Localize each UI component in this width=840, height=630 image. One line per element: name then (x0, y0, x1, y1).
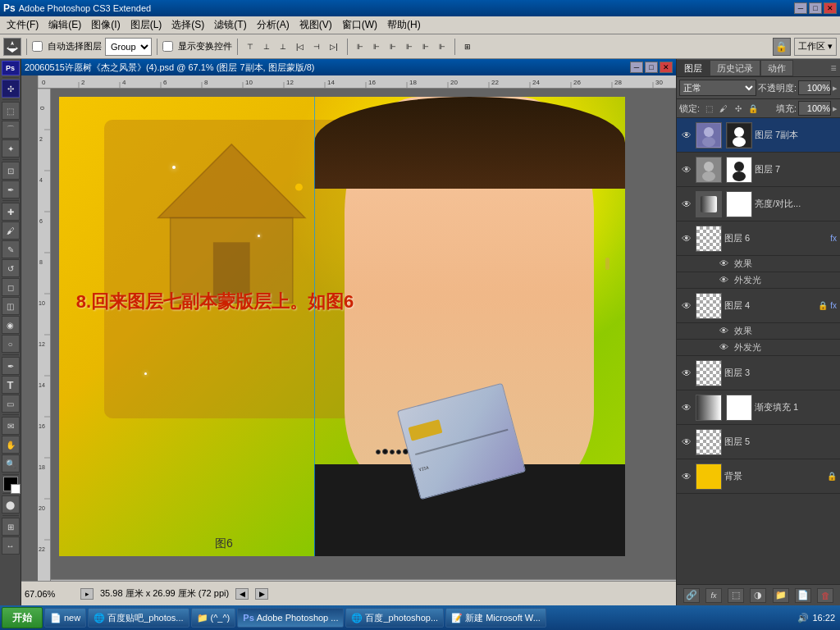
layer-item-background[interactable]: 👁 背景 🔒 (677, 459, 840, 494)
effect-eye[interactable]: 👁 (719, 275, 731, 286)
new-adjustment-btn[interactable]: ◑ (750, 588, 766, 603)
dist-4[interactable]: ⊩ (402, 38, 417, 56)
zoom-tool-icon[interactable]: 🔍 (2, 454, 20, 472)
layer-item[interactable]: 👁 图层 4 🔒 fx (677, 289, 840, 323)
selection-tool-icon[interactable]: ⬚ (2, 102, 20, 120)
taskbar-item-new[interactable]: 📄 new (44, 608, 86, 628)
screen-mode-icon[interactable]: ⊞ (2, 518, 20, 536)
history-brush-icon[interactable]: ↺ (2, 259, 20, 277)
notes-tool-icon[interactable]: ✉ (2, 417, 20, 435)
layer-eye[interactable]: 👁 (680, 232, 693, 245)
layer-eye[interactable]: 👁 (680, 367, 693, 380)
align-top[interactable]: ⊤ (243, 38, 258, 56)
opacity-input[interactable] (798, 80, 831, 95)
foreground-color[interactable] (3, 477, 18, 491)
auto-select-dropdown[interactable]: Group (105, 38, 152, 56)
layer-eye[interactable]: 👁 (680, 198, 693, 211)
lock-paint-icon[interactable]: 🖌 (718, 103, 729, 114)
taskbar-item-word[interactable]: 📝 新建 Microsoft W... (445, 608, 546, 628)
menu-edit[interactable]: 编辑(E) (43, 16, 86, 34)
layer-eye[interactable]: 👁 (680, 436, 693, 449)
nav-left[interactable]: ◀ (235, 588, 249, 600)
opacity-arrow[interactable]: ▸ (833, 83, 838, 94)
tab-actions[interactable]: 动作 (760, 60, 793, 76)
show-transform-checkbox[interactable] (162, 41, 173, 52)
fill-input[interactable] (798, 101, 831, 116)
align-right[interactable]: ▷| (326, 38, 341, 56)
layer-item[interactable]: 👁 亮度/对比... (677, 187, 840, 221)
taskbar-item-folder[interactable]: 📁 (^_^) (191, 608, 236, 628)
crop-tool-icon[interactable]: ⊡ (2, 162, 20, 180)
lasso-tool-icon[interactable]: ⌒ (2, 121, 20, 139)
menu-view[interactable]: 视图(V) (294, 16, 337, 34)
move-tool[interactable] (3, 38, 21, 56)
panel-menu[interactable]: ≡ (827, 60, 840, 76)
layer-eye[interactable]: 👁 (680, 299, 693, 313)
layer-item[interactable]: 👁 图层 5 (677, 425, 840, 459)
magic-wand-icon[interactable]: ✦ (2, 139, 20, 158)
menu-select[interactable]: 选择(S) (167, 16, 209, 34)
align-hcenter[interactable]: ⊣ (309, 38, 324, 56)
hand-tool-icon[interactable]: ✋ (2, 436, 20, 454)
healing-brush-icon[interactable]: ✚ (2, 203, 20, 221)
menu-file[interactable]: 文件(F) (2, 16, 43, 34)
dist-3[interactable]: ⊩ (386, 38, 400, 56)
shape-tool-icon[interactable]: ▭ (2, 395, 20, 413)
dist-5[interactable]: ⊩ (418, 38, 433, 56)
auto-select-checkbox[interactable] (32, 41, 43, 52)
doc-minimize[interactable]: ─ (630, 62, 643, 73)
close-button[interactable]: ✕ (824, 2, 837, 14)
doc-close[interactable]: ✕ (660, 62, 673, 73)
zoom-arrow[interactable]: ▸ (80, 588, 94, 600)
doc-maximize[interactable]: □ (645, 62, 658, 73)
background-color[interactable] (11, 484, 21, 494)
new-layer-btn[interactable]: 📄 (795, 588, 811, 603)
dodge-tool-icon[interactable]: ○ (2, 335, 20, 353)
layer-eye[interactable]: 👁 (680, 163, 693, 176)
layer-item[interactable]: 👁 图层 3 (677, 356, 840, 390)
dist-1[interactable]: ⊩ (353, 38, 368, 56)
start-button[interactable]: 开始 (2, 607, 43, 628)
align-bottom[interactable]: ⊥ (276, 38, 290, 56)
minimize-button[interactable]: ─ (794, 2, 807, 14)
menu-filter[interactable]: 滤镜(T) (209, 16, 251, 34)
lock-all-icon[interactable]: 🔒 (747, 103, 759, 114)
gradient-tool-icon[interactable]: ◫ (2, 297, 20, 315)
quick-mask-icon[interactable]: ⬤ (2, 495, 20, 514)
menu-image[interactable]: 图像(I) (86, 16, 125, 34)
dist-6[interactable]: ⊩ (435, 38, 450, 56)
blur-tool-icon[interactable]: ◉ (2, 316, 20, 334)
text-tool-icon[interactable]: T (2, 376, 20, 394)
fill-arrow[interactable]: ▸ (833, 103, 838, 114)
add-mask-btn[interactable]: ⬚ (728, 588, 744, 603)
extras-icon[interactable]: ↔ (2, 536, 20, 555)
dist-2[interactable]: ⊩ (369, 38, 384, 56)
align-vcenter[interactable]: ⊥ (259, 38, 274, 56)
pen-tool-icon[interactable]: ✒ (2, 357, 20, 375)
effect-eye[interactable]: 👁 (719, 326, 731, 337)
maximize-button[interactable]: □ (809, 2, 822, 14)
eyedropper-icon[interactable]: ✒ (2, 180, 20, 199)
new-group-btn[interactable]: 📁 (773, 588, 789, 603)
taskbar-item-baidu-ps[interactable]: 🌐 百度_photoshop... (345, 608, 444, 628)
tab-layers[interactable]: 图层 (677, 60, 710, 76)
effect-eye[interactable]: 👁 (719, 258, 731, 270)
move-tool-icon[interactable]: ✣ (2, 80, 20, 98)
delete-layer-btn[interactable]: 🗑 (817, 588, 833, 603)
eraser-tool-icon[interactable]: ◻ (2, 278, 20, 296)
taskbar-item-baidu-post[interactable]: 🌐 百度贴吧_photos... (88, 608, 189, 628)
brush-tool-icon[interactable]: 🖌 (2, 221, 20, 240)
taskbar-item-photoshop[interactable]: Ps Adobe Photoshop ... (237, 608, 344, 628)
add-style-btn[interactable]: fx (705, 588, 722, 603)
layer-eye[interactable]: 👁 (680, 129, 693, 142)
menu-window[interactable]: 窗口(W) (337, 16, 382, 34)
layer-item[interactable]: 👁 图层 7 (677, 153, 840, 187)
tab-history[interactable]: 历史记录 (710, 60, 760, 76)
workspace-dropdown[interactable]: 工作区 ▾ (794, 38, 837, 56)
layer-item[interactable]: 👁 渐变填充 1 (677, 390, 840, 425)
align-left[interactable]: |◁ (292, 38, 308, 56)
menu-analysis[interactable]: 分析(A) (252, 16, 294, 34)
nav-right[interactable]: ▶ (255, 588, 268, 600)
menu-help[interactable]: 帮助(H) (382, 16, 426, 34)
layer-item[interactable]: 👁 图层 6 fx (677, 221, 840, 256)
